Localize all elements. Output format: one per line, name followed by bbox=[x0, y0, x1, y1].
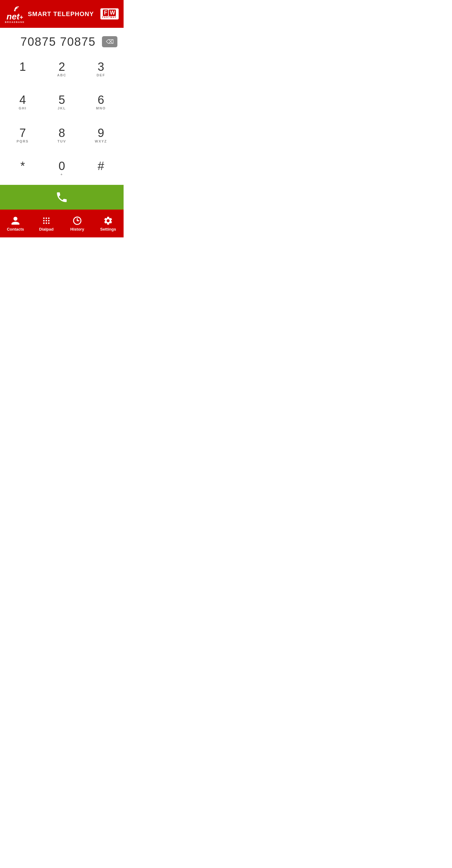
key-letters-3: DEF bbox=[97, 73, 105, 78]
key-#[interactable]: # bbox=[81, 152, 121, 185]
nav-history[interactable]: History bbox=[62, 213, 93, 234]
fastway-f-letter: F bbox=[103, 9, 108, 16]
logo-left: net + BROADBAND SMART TELEPHONY bbox=[5, 5, 94, 23]
svg-point-8 bbox=[46, 222, 47, 224]
contacts-label: Contacts bbox=[7, 227, 24, 231]
fastway-w-letter: W bbox=[109, 9, 116, 16]
fastway-logo: F W FASTWAY bbox=[100, 8, 119, 20]
key-number-7: 7 bbox=[20, 127, 26, 139]
keypad-grid: 12ABC3DEF4GHI5JKL6MNO7PQRS8TUV9WXYZ*0+# bbox=[0, 53, 124, 185]
nav-dialpad[interactable]: Dialpad bbox=[31, 213, 62, 234]
dialpad-icon bbox=[41, 216, 51, 226]
net-logo-text: net bbox=[6, 12, 20, 21]
app-title: SMART TELEPHONY bbox=[28, 10, 94, 18]
key-2[interactable]: 2ABC bbox=[42, 53, 82, 86]
svg-point-6 bbox=[48, 220, 50, 221]
net-logo: net + BROADBAND bbox=[5, 5, 25, 23]
key-0[interactable]: 0+ bbox=[42, 152, 82, 185]
bottom-navigation: Contacts Dialpad History Settings bbox=[0, 210, 124, 238]
key-number-9: 9 bbox=[98, 127, 104, 139]
key-*[interactable]: * bbox=[3, 152, 42, 185]
key-number-#: # bbox=[98, 160, 104, 172]
key-letters-7: PQRS bbox=[17, 140, 29, 144]
key-letters-5: JKL bbox=[58, 106, 66, 111]
history-icon bbox=[72, 216, 82, 226]
key-8[interactable]: 8TUV bbox=[42, 119, 82, 152]
dialpad-area: 70875 70875 ⌫ 12ABC3DEF4GHI5JKL6MNO7PQRS… bbox=[0, 28, 124, 210]
key-letters-9: WXYZ bbox=[95, 140, 107, 144]
svg-point-2 bbox=[46, 217, 47, 219]
key-number-*: * bbox=[21, 160, 25, 172]
key-number-8: 8 bbox=[58, 127, 65, 139]
key-7[interactable]: 7PQRS bbox=[3, 119, 42, 152]
key-5[interactable]: 5JKL bbox=[42, 86, 82, 119]
key-number-3: 3 bbox=[98, 61, 104, 73]
backspace-button[interactable]: ⌫ bbox=[102, 36, 118, 47]
app-header: net + BROADBAND SMART TELEPHONY F W FAST… bbox=[0, 0, 124, 28]
svg-point-4 bbox=[43, 220, 45, 221]
settings-label: Settings bbox=[100, 227, 116, 231]
fastway-fw: F W bbox=[103, 9, 116, 16]
svg-point-7 bbox=[43, 222, 45, 224]
key-letters-4: GHI bbox=[19, 106, 27, 111]
key-number-0: 0 bbox=[58, 160, 65, 172]
svg-point-0 bbox=[14, 9, 15, 11]
key-4[interactable]: 4GHI bbox=[3, 86, 42, 119]
dialed-number: 70875 70875 bbox=[21, 35, 96, 48]
contacts-icon bbox=[10, 216, 21, 226]
key-number-1: 1 bbox=[20, 61, 26, 73]
key-9[interactable]: 9WXYZ bbox=[81, 119, 121, 152]
svg-point-3 bbox=[48, 217, 50, 219]
backspace-icon: ⌫ bbox=[106, 38, 114, 45]
settings-icon bbox=[103, 216, 113, 226]
key-number-5: 5 bbox=[58, 94, 65, 106]
fastway-label: FASTWAY bbox=[102, 16, 117, 18]
call-button[interactable] bbox=[0, 185, 124, 210]
key-letters-2: ABC bbox=[57, 73, 66, 78]
key-number-2: 2 bbox=[58, 61, 65, 73]
nav-contacts[interactable]: Contacts bbox=[0, 213, 31, 234]
svg-point-5 bbox=[46, 220, 47, 221]
key-1[interactable]: 1 bbox=[3, 53, 42, 86]
broadband-label: BROADBAND bbox=[5, 21, 25, 23]
dialpad-label: Dialpad bbox=[39, 227, 54, 231]
nav-settings[interactable]: Settings bbox=[93, 213, 124, 234]
key-letters-0: + bbox=[61, 173, 63, 177]
svg-point-9 bbox=[48, 222, 50, 224]
number-display-row: 70875 70875 ⌫ bbox=[0, 28, 124, 53]
svg-point-1 bbox=[43, 217, 45, 219]
key-number-6: 6 bbox=[98, 94, 104, 106]
key-number-4: 4 bbox=[20, 94, 26, 106]
key-6[interactable]: 6MNO bbox=[81, 86, 121, 119]
key-3[interactable]: 3DEF bbox=[81, 53, 121, 86]
signal-icon bbox=[9, 5, 21, 12]
key-letters-6: MNO bbox=[96, 106, 106, 111]
history-label: History bbox=[70, 227, 84, 231]
key-letters-8: TUV bbox=[58, 140, 66, 144]
phone-icon bbox=[55, 191, 68, 204]
